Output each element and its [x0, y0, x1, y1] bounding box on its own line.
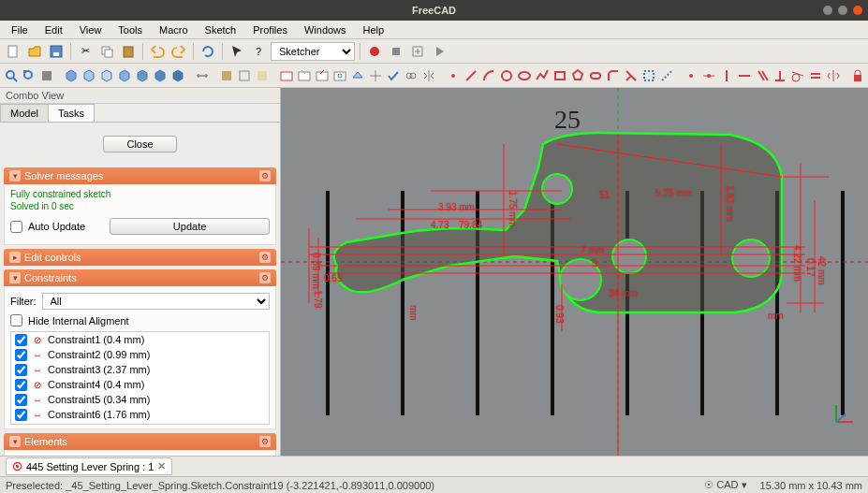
constraint-point-on-icon[interactable] — [701, 66, 716, 85]
menu-profiles[interactable]: Profiles — [245, 22, 295, 37]
menu-tools[interactable]: Tools — [110, 22, 150, 37]
reorient-sketch-icon[interactable] — [368, 66, 383, 85]
dimension-label[interactable]: 42 mm — [817, 256, 827, 285]
tab-tasks[interactable]: Tasks — [48, 104, 95, 122]
sketch-construction-icon[interactable] — [659, 66, 674, 85]
section-settings-icon[interactable]: ⚙ — [259, 436, 271, 447]
undo-icon[interactable] — [148, 42, 167, 61]
constraint-equal-icon[interactable] — [808, 66, 823, 85]
dimension-label[interactable]: 5.25 mm — [655, 188, 692, 198]
fit-all-icon[interactable] — [4, 66, 19, 85]
sketch-ellipse-icon[interactable] — [517, 66, 532, 85]
sketch-polygon-icon[interactable] — [570, 66, 585, 85]
left-view-icon[interactable] — [170, 66, 185, 85]
dimension-label[interactable]: 34 mm — [609, 288, 638, 298]
dimension-label[interactable]: 5 — [592, 258, 597, 268]
menu-windows[interactable]: Windows — [297, 22, 354, 37]
cut-icon[interactable]: ✂ — [76, 42, 95, 61]
merge-sketch-icon[interactable] — [404, 66, 419, 85]
sketch-point-icon[interactable] — [446, 66, 461, 85]
save-icon[interactable] — [47, 42, 66, 61]
mirror-sketch-icon[interactable] — [421, 66, 436, 85]
constraint-horizontal-icon[interactable] — [737, 66, 752, 85]
tab-model[interactable]: Model — [0, 104, 49, 122]
constraint-checkbox[interactable] — [15, 394, 27, 406]
part-design-icon[interactable] — [219, 66, 234, 85]
rear-view-icon[interactable] — [135, 66, 150, 85]
dimension-label[interactable]: 1.79 — [313, 290, 323, 308]
texture-icon[interactable] — [255, 66, 270, 85]
sketch-line-icon[interactable] — [463, 66, 478, 85]
copy-icon[interactable] — [97, 42, 116, 61]
macros-icon[interactable] — [408, 42, 427, 61]
viewport-3d[interactable]: 25 — [281, 88, 868, 456]
constraint-perpendicular-icon[interactable] — [772, 66, 787, 85]
open-icon[interactable] — [25, 42, 44, 61]
validate-sketch-icon[interactable] — [386, 66, 401, 85]
dimension-label[interactable]: 4.22 mm — [792, 245, 802, 282]
constraints-header[interactable]: ▾ Constraints ⚙ — [4, 269, 276, 286]
dimension-label[interactable]: 79.84 — [459, 220, 482, 230]
stop-macro-icon[interactable] — [387, 42, 405, 61]
menu-sketch[interactable]: Sketch — [198, 22, 244, 37]
constraint-vertical-icon[interactable] — [719, 66, 734, 85]
toggle-clip-icon[interactable] — [237, 66, 252, 85]
sketch-fillet-icon[interactable] — [606, 66, 621, 85]
refresh-icon[interactable] — [199, 42, 217, 61]
iso-view-icon[interactable] — [64, 66, 79, 85]
edit-sketch-icon[interactable] — [297, 66, 312, 85]
constraint-parallel-icon[interactable] — [755, 66, 770, 85]
workbench-select[interactable]: Sketcher — [271, 42, 355, 61]
constraint-tangent-icon[interactable] — [790, 66, 805, 85]
sketch-polyline-icon[interactable] — [535, 66, 550, 85]
update-button[interactable]: Update — [110, 218, 270, 235]
menu-view[interactable]: View — [72, 22, 110, 37]
constraint-checkbox[interactable] — [15, 334, 27, 346]
dimension-label[interactable]: 3.93 mm — [438, 202, 475, 212]
record-macro-icon[interactable] — [365, 42, 384, 61]
fit-selection-icon[interactable] — [22, 66, 37, 85]
top-view-icon[interactable] — [99, 66, 114, 85]
minimize-icon[interactable] — [823, 6, 832, 15]
menu-file[interactable]: File — [4, 22, 36, 37]
map-sketch-icon[interactable] — [350, 66, 365, 85]
draw-style-icon[interactable] — [39, 66, 54, 85]
collapse-icon[interactable]: ▾ — [9, 170, 21, 181]
section-settings-icon[interactable]: ⚙ — [259, 170, 271, 181]
new-sketch-icon[interactable] — [279, 66, 294, 85]
constraint-row[interactable]: ↔Constraint6 (1.76 mm) — [11, 407, 269, 422]
constraint-row[interactable]: ⊘Constraint4 (0.4 mm) — [11, 377, 269, 392]
new-icon[interactable] — [4, 42, 22, 61]
collapse-icon[interactable]: ▾ — [9, 436, 21, 447]
sketch-rect-icon[interactable] — [552, 66, 567, 85]
constraint-checkbox[interactable] — [15, 364, 27, 376]
close-button[interactable]: Close — [103, 136, 176, 152]
dimension-label[interactable]: 0.17 — [805, 258, 816, 276]
filter-select[interactable]: All — [42, 293, 271, 310]
view-sketch-icon[interactable] — [332, 66, 347, 85]
maximize-icon[interactable] — [838, 6, 847, 15]
constraint-symmetric-icon[interactable] — [826, 66, 841, 85]
edit-controls-header[interactable]: ▸ Edit controls ⚙ — [4, 249, 276, 266]
constraint-lock-icon[interactable] — [850, 66, 865, 85]
dimension-label[interactable]: mm — [768, 311, 784, 321]
sketch-trim-icon[interactable] — [624, 66, 639, 85]
constraint-row[interactable]: ⊘Constraint1 (0.4 mm) — [11, 332, 269, 347]
menu-edit[interactable]: Edit — [37, 22, 70, 37]
constraint-checkbox[interactable] — [15, 379, 27, 391]
dimension-label[interactable]: 0.65 — [324, 273, 342, 283]
constraint-row[interactable]: ↔Constraint3 (2.37 mm) — [11, 362, 269, 377]
sketch-arc-icon[interactable] — [481, 66, 496, 85]
dimension-label[interactable]: 51 — [599, 190, 610, 200]
constraint-list[interactable]: ⊘Constraint1 (0.4 mm)↔Constraint2 (0.99 … — [10, 331, 270, 425]
whatsthis-icon[interactable]: ? — [249, 42, 268, 61]
sketch-external-icon[interactable] — [641, 66, 656, 85]
constraint-checkbox[interactable] — [15, 409, 27, 421]
document-tab[interactable]: ⦿ 445 Setting Lever Spring : 1 ✕ — [6, 457, 172, 475]
status-nav-mode[interactable]: ☉ CAD ▾ — [704, 479, 746, 491]
leave-sketch-icon[interactable] — [315, 66, 330, 85]
paste-icon[interactable] — [119, 42, 138, 61]
cursor-icon[interactable] — [228, 42, 246, 61]
redo-icon[interactable] — [169, 42, 188, 61]
solver-header[interactable]: ▾ Solver messages ⚙ — [4, 167, 276, 184]
